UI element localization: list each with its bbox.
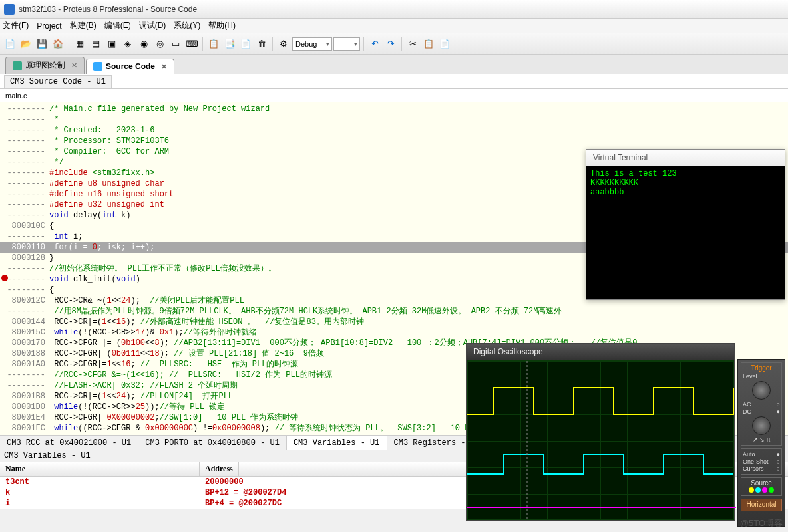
terminal-title: Virtual Terminal: [586, 150, 785, 166]
doc2-icon[interactable]: 📑: [222, 37, 237, 51]
menu-build[interactable]: 构建(B): [70, 20, 97, 31]
virtual-terminal-window[interactable]: Virtual Terminal This is a test 123 KKKK…: [586, 149, 785, 300]
subtab-cm3-source[interactable]: CM3 Source Code - U1: [4, 75, 112, 88]
menu-project[interactable]: Project: [37, 21, 61, 31]
target-combo[interactable]: [333, 37, 360, 51]
watermark: @5TO博客: [740, 517, 783, 529]
redo-icon[interactable]: ↷: [383, 37, 398, 51]
source-section: Source: [741, 477, 782, 496]
bottab-rcc[interactable]: CM3 RCC at 0x40021000 - U1: [0, 436, 138, 450]
chip-icon[interactable]: ▣: [104, 37, 119, 51]
trigger-level-dial[interactable]: [752, 381, 771, 400]
source-subtabs: CM3 Source Code - U1: [0, 74, 788, 89]
menu-debug[interactable]: 调试(D): [139, 20, 166, 31]
menu-edit[interactable]: 编辑(E): [104, 20, 131, 31]
code-line[interactable]: --------/* Main.c file generated by New …: [0, 104, 788, 114]
tab-schematic[interactable]: 原理图绘制 ✕: [5, 57, 85, 74]
toolbar: 📄 📂 💾 🏠 ▦ ▤ ▣ ◈ ◉ ◎ ▭ ⌨ 📋 📑 📄 🗑 ⚙ Debug …: [0, 33, 788, 55]
bottab-port0[interactable]: CM3 PORT0 at 0x40010800 - U1: [138, 436, 287, 450]
source-code-icon: [93, 62, 102, 71]
close-icon[interactable]: ✕: [161, 63, 167, 71]
code-line[interactable]: -------- //用8M晶振作为PLL时钟源。9倍频72M PLLCLK。 …: [0, 306, 788, 317]
col-address[interactable]: Address: [200, 462, 239, 476]
code-line[interactable]: 800015C while(!(RCC->CR>>17)& 0x1);//等待外…: [0, 327, 788, 338]
main-tabstrip: 原理图绘制 ✕ Source Code ✕: [0, 55, 788, 74]
pcb-icon[interactable]: ◈: [120, 37, 135, 51]
home-icon[interactable]: 🏠: [51, 37, 65, 51]
code-line[interactable]: 8000144 RCC->CR|=(1<<16); //外部高速时钟使能 HSE…: [0, 317, 788, 327]
window-title: stm32f103 - Proteus 8 Professional - Sou…: [19, 5, 197, 14]
scope-title: Digital Oscilloscope: [467, 344, 734, 360]
horizontal-section: Horizontal: [741, 499, 782, 511]
tab-source-code[interactable]: Source Code ✕: [86, 59, 174, 74]
save-icon[interactable]: 💾: [35, 37, 49, 51]
app-logo-icon: [4, 4, 15, 15]
code-line[interactable]: -------- * Created: 2023-1-6: [0, 125, 788, 136]
delete-icon[interactable]: 🗑: [254, 37, 269, 51]
bottab-variables[interactable]: CM3 Variables - U1: [287, 436, 387, 450]
terminal-output: This is a test 123 KKKKKKKKKK aaabbbb: [586, 166, 785, 299]
cut-icon[interactable]: ✂: [405, 37, 420, 51]
menu-file[interactable]: 文件(F): [3, 20, 29, 31]
paste-icon[interactable]: 📄: [437, 37, 452, 51]
copy-icon[interactable]: 📋: [421, 37, 436, 51]
menu-system[interactable]: 系统(Y): [174, 20, 200, 31]
gerber-icon[interactable]: ◎: [152, 37, 167, 51]
view3d-icon[interactable]: ◉: [136, 37, 151, 51]
menu-help[interactable]: 帮助(H): [208, 20, 236, 31]
schematic-icon: [13, 61, 22, 70]
open-icon[interactable]: 📂: [19, 37, 33, 51]
menubar: 文件(F) Project 构建(B) 编辑(E) 调试(D) 系统(Y) 帮助…: [0, 19, 788, 33]
config-combo[interactable]: Debug: [292, 37, 332, 51]
window-titlebar: stm32f103 - Proteus 8 Professional - Sou…: [0, 0, 788, 19]
code-line[interactable]: -------- *: [0, 114, 788, 125]
oscilloscope-window[interactable]: Digital Oscilloscope: [466, 343, 735, 521]
code-icon[interactable]: ⌨: [184, 37, 199, 51]
undo-icon[interactable]: ↶: [367, 37, 382, 51]
table-icon[interactable]: ▤: [89, 37, 103, 51]
trigger-pos-dial[interactable]: [752, 416, 771, 435]
scope-display: [467, 360, 734, 520]
trigger-section: Trigger Level AC○ DC● ↗ ↘ ⎍: [741, 362, 782, 446]
doc3-icon[interactable]: 📄: [238, 37, 253, 51]
col-name[interactable]: Name: [0, 462, 200, 476]
component-icon[interactable]: ▭: [168, 37, 183, 51]
breakpoint-icon[interactable]: [1, 275, 8, 281]
doc1-icon[interactable]: 📋: [206, 37, 221, 51]
file-tab[interactable]: main.c: [0, 89, 788, 102]
grid-icon[interactable]: ▦: [73, 37, 87, 51]
new-file-icon[interactable]: 📄: [3, 37, 17, 51]
close-icon[interactable]: ✕: [71, 61, 77, 70]
scope-controls: Trigger Level AC○ DC● ↗ ↘ ⎍ Auto● One-Sh…: [737, 359, 785, 527]
mode-section: Auto● One-Shot○ Cursors○: [741, 448, 782, 475]
code-line[interactable]: -------- * Processor: STM32F103T6: [0, 136, 788, 146]
gear-icon[interactable]: ⚙: [276, 37, 291, 51]
